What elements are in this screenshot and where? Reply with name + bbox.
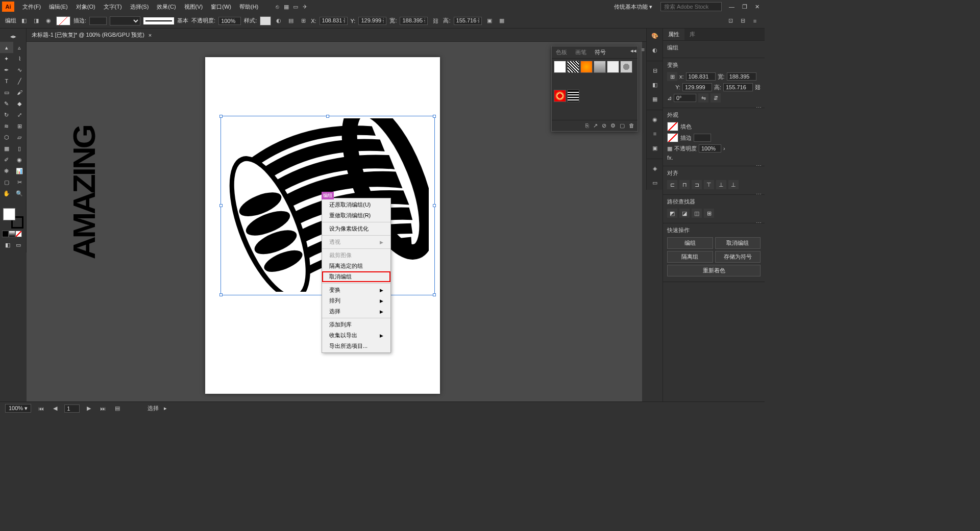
layers-panel-icon[interactable]: ◈ <box>647 161 663 175</box>
libraries-tab[interactable]: 库 <box>684 29 700 40</box>
color-swatch[interactable] <box>56 16 70 26</box>
stroke-weight-input[interactable] <box>89 17 107 25</box>
workspace-switcher[interactable]: 传统基本功能 ▾ <box>610 2 656 12</box>
symbol-sprayer-tool[interactable]: ❋ <box>0 165 13 176</box>
shape-mode-icon[interactable]: ▣ <box>485 16 494 26</box>
menu-view[interactable]: 视图(V) <box>180 3 207 11</box>
clip-icon[interactable]: ⊟ <box>738 16 747 26</box>
share-icon[interactable]: ⎋ <box>273 2 282 11</box>
prev-artboard-icon[interactable]: ◀ <box>51 405 59 412</box>
menu-object[interactable]: 对象(O) <box>72 3 100 11</box>
fill-swatch-icon[interactable]: ◧ <box>19 16 29 26</box>
pf-unite[interactable]: ◩ <box>667 209 677 218</box>
menu-window[interactable]: 窗口(W) <box>207 3 235 11</box>
symbol-item[interactable] <box>554 61 566 73</box>
arrange-doc-icon[interactable]: ▦ <box>282 2 291 11</box>
symbol-break-icon[interactable]: ⊘ <box>602 122 606 129</box>
context-menu-item[interactable]: 变换▶ <box>322 285 390 295</box>
w-input[interactable] <box>400 17 428 25</box>
link-icon[interactable]: ⛓ <box>755 84 761 90</box>
scale-tool[interactable]: ⤢ <box>13 109 27 120</box>
h-input[interactable] <box>454 17 482 25</box>
document-tab[interactable]: 未标题-1 [已恢复]* @ 100% (RGB/GPU 预览) × <box>27 29 157 41</box>
color-panel-icon[interactable]: 🎨 <box>647 29 663 43</box>
pf-intersect[interactable]: ◫ <box>692 209 702 218</box>
align-hcenter[interactable]: ⊓ <box>679 180 690 189</box>
adobe-stock-search[interactable] <box>660 2 722 11</box>
isolate-icon[interactable]: ⊡ <box>726 16 735 26</box>
prop-w-input[interactable] <box>727 72 756 81</box>
blend-tool[interactable]: ◉ <box>13 154 27 165</box>
prop-x-input[interactable] <box>686 72 716 81</box>
screen-mode-icon[interactable]: ▭ <box>13 239 24 250</box>
pf-minus[interactable]: ◪ <box>679 209 690 218</box>
context-menu-item[interactable]: 导出所选项目... <box>322 341 390 351</box>
expand-toolbar-icon[interactable]: ◂▸ <box>0 31 26 42</box>
symbol-item[interactable] <box>567 61 579 73</box>
graphic-styles-icon[interactable]: ≡ <box>647 127 663 141</box>
artboard-nav-icon[interactable]: ▤ <box>113 405 122 412</box>
symbol-item[interactable] <box>580 61 593 73</box>
direct-selection-tool[interactable]: ▵ <box>13 42 27 53</box>
shape-builder-tool[interactable]: ⬡ <box>0 132 13 143</box>
lasso-tool[interactable]: ⌇ <box>13 53 27 64</box>
menu-type[interactable]: 文字(T) <box>100 3 126 11</box>
context-menu-item[interactable]: 排列▶ <box>322 295 390 306</box>
align-icon[interactable]: ▤ <box>286 16 296 26</box>
y-input[interactable] <box>358 17 386 25</box>
recolor-icon[interactable]: ◉ <box>44 16 53 26</box>
tab-close-icon[interactable]: × <box>149 32 152 38</box>
gpu-icon[interactable]: ▭ <box>291 2 300 11</box>
eyedropper-tool[interactable]: ✐ <box>0 154 13 165</box>
magic-wand-tool[interactable]: ✦ <box>0 53 13 64</box>
align-right[interactable]: ⊐ <box>692 180 702 189</box>
panel-collapse-icon[interactable]: ◂◂ <box>630 47 636 54</box>
fill-swatch[interactable] <box>667 122 678 131</box>
fill-color[interactable] <box>3 208 15 220</box>
flip-v-icon[interactable]: ⇵ <box>710 93 721 103</box>
menu-effect[interactable]: 效果(C) <box>153 3 180 11</box>
context-menu-item[interactable]: 隔离选定的组 <box>322 261 390 271</box>
ungroup-button[interactable]: 取消编组 <box>715 237 761 249</box>
flip-h-icon[interactable]: ⇋ <box>698 93 708 103</box>
shaper-tool[interactable]: ✎ <box>0 98 13 109</box>
mesh-tool[interactable]: ▦ <box>0 143 13 154</box>
color-mode-gradient[interactable] <box>9 231 15 237</box>
brush-preview[interactable] <box>143 17 174 24</box>
symbol-item[interactable] <box>567 90 579 102</box>
appearance-panel-icon[interactable]: ◉ <box>647 112 663 127</box>
prop-angle-input[interactable] <box>674 94 696 102</box>
first-artboard-icon[interactable]: ⏮ <box>36 406 46 412</box>
align-bottom[interactable]: ⊥ <box>728 180 739 189</box>
recolor-button[interactable]: 重新着色 <box>667 265 761 276</box>
fill-stroke-control[interactable] <box>3 208 23 229</box>
free-transform-tool[interactable]: ⊞ <box>13 120 27 132</box>
status-chevron-icon[interactable]: ▸ <box>164 405 167 412</box>
symbol-lib-icon[interactable]: ⎘ <box>585 122 589 129</box>
context-menu-item[interactable]: 添加到库 <box>322 319 390 330</box>
swatches-tab[interactable]: 色板 <box>552 46 571 58</box>
align-vcenter[interactable]: ⊥ <box>716 180 726 189</box>
anchor-widget[interactable]: ⊞ <box>667 72 677 81</box>
line-tool[interactable]: ╱ <box>13 75 27 87</box>
symbol-item[interactable] <box>607 61 619 73</box>
menu-select[interactable]: 选择(S) <box>126 3 153 11</box>
pf-exclude[interactable]: ⊞ <box>704 209 714 218</box>
window-close[interactable]: ✕ <box>752 4 763 10</box>
asset-export-icon[interactable]: ▣ <box>647 141 663 155</box>
artboard-tool[interactable]: ▢ <box>0 176 13 188</box>
stroke-swatch-icon[interactable]: ◨ <box>32 16 41 26</box>
symbols-tab[interactable]: 符号 <box>591 46 610 58</box>
window-minimize[interactable]: — <box>726 4 738 10</box>
rectangle-tool[interactable]: ▭ <box>0 87 13 98</box>
artboards-panel-icon[interactable]: ▭ <box>647 175 663 190</box>
symbol-item[interactable] <box>554 90 566 102</box>
save-symbol-button[interactable]: 存储为符号 <box>715 251 761 263</box>
opacity-input[interactable] <box>218 17 241 25</box>
gradient-panel-icon[interactable]: ◧ <box>647 78 663 92</box>
pathfinder-more-icon[interactable]: ⋯ <box>756 220 762 226</box>
menu-file[interactable]: 文件(F) <box>18 3 45 11</box>
selection-tool[interactable]: ▴ <box>0 42 13 53</box>
menu-edit[interactable]: 编辑(E) <box>45 3 72 11</box>
stroke-panel-icon[interactable]: ⊟ <box>647 63 663 78</box>
